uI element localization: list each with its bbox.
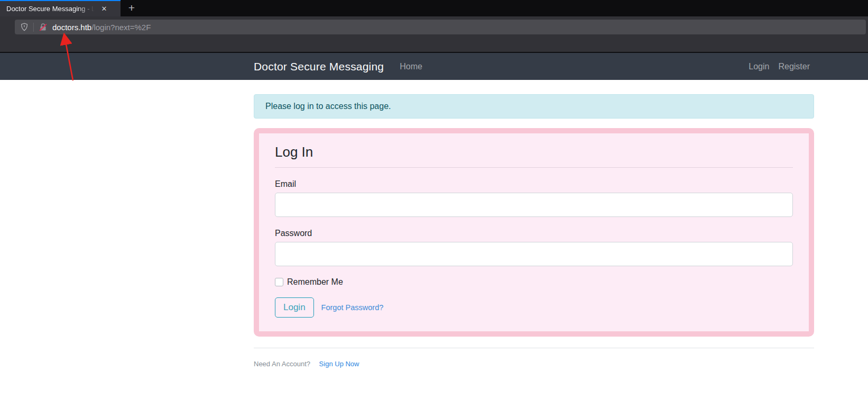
email-field[interactable] [275, 193, 793, 217]
new-tab-button[interactable]: + [124, 0, 140, 16]
forgot-password-link[interactable]: Forgot Password? [321, 303, 384, 312]
email-label: Email [275, 179, 793, 189]
browser-tab[interactable]: Doctor Secure Messaging - Log ✕ [0, 0, 121, 16]
nav-link-home[interactable]: Home [400, 62, 422, 71]
site-navbar: Doctor Secure Messaging Home Login Regis… [0, 53, 868, 80]
login-button[interactable]: Login [275, 297, 314, 318]
nav-link-login[interactable]: Login [749, 62, 769, 71]
info-alert: Please log in to access this page. [254, 94, 814, 119]
url-text: doctors.htb/login?next=%2F [52, 23, 151, 32]
shield-icon[interactable] [20, 23, 29, 31]
browser-toolbar: doctors.htb/login?next=%2F [0, 16, 868, 53]
password-field[interactable] [275, 242, 793, 266]
browser-tab-bar: Doctor Secure Messaging - Log ✕ + [0, 0, 868, 16]
tab-title: Doctor Secure Messaging - Log [6, 5, 97, 13]
remember-me-label: Remember Me [287, 277, 343, 287]
url-host: doctors.htb [52, 23, 91, 32]
main-container: Please log in to access this page. Log I… [254, 94, 814, 389]
tab-close-icon[interactable]: ✕ [98, 3, 110, 15]
urlbar-divider [33, 23, 34, 32]
site-brand[interactable]: Doctor Secure Messaging [254, 60, 384, 73]
page-footer: Need An Account? Sign Up Now [254, 348, 814, 389]
url-bar[interactable]: doctors.htb/login?next=%2F [15, 20, 866, 34]
need-account-text: Need An Account? [254, 360, 310, 368]
insecure-lock-icon[interactable] [39, 23, 48, 32]
remember-me-checkbox[interactable] [275, 278, 283, 286]
url-path: /login?next=%2F [91, 23, 151, 32]
login-title: Log In [275, 144, 793, 168]
login-card: Log In Email Password Remember Me Login … [254, 128, 814, 337]
password-label: Password [275, 229, 793, 238]
nav-link-register[interactable]: Register [778, 62, 810, 71]
sign-up-link[interactable]: Sign Up Now [319, 360, 359, 368]
